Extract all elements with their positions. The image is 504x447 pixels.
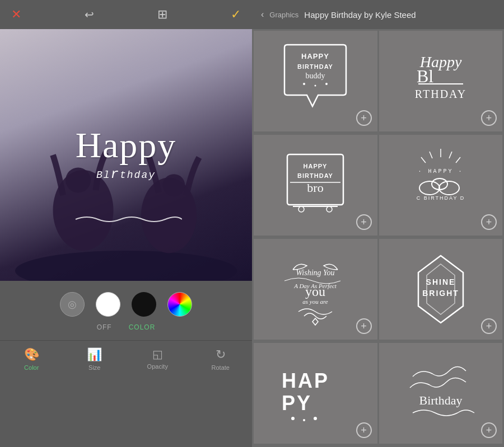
sticker-item-5[interactable]: Wishing You A Day As Perfect you as you … — [254, 239, 377, 340]
bottom-controls: OFF COLOR 🎨 Color 📊 Size ◱ Opacity ↻ Rot… — [0, 281, 252, 447]
size-nav-label: Size — [88, 364, 100, 371]
nav-size[interactable]: 📊 Size — [63, 345, 127, 373]
svg-text:BIRTHDAY: BIRTHDAY — [297, 63, 333, 70]
right-header: ‹ Graphics Happy Birthday by Kyle Steed — [252, 0, 504, 29]
sticker-svg-8: Birthday — [402, 354, 480, 432]
svg-point-45 — [303, 419, 305, 421]
svg-text:buddy: buddy — [306, 72, 325, 80]
color-nav-icon: 🎨 — [24, 347, 39, 362]
color-labels: OFF COLOR — [97, 323, 156, 331]
white-swatch[interactable] — [96, 292, 120, 317]
svg-text:HAPPY: HAPPY — [301, 52, 329, 60]
right-panel: ‹ Graphics Happy Birthday by Kyle Steed … — [252, 0, 504, 447]
sticker-svg-3: HAPPY BIRTHDAY bro — [276, 146, 354, 224]
sticker-item-8[interactable]: Birthday + — [379, 343, 503, 444]
check-icon[interactable]: ✓ — [231, 7, 241, 22]
color-swatches — [60, 292, 192, 317]
svg-text:as you are: as you are — [303, 298, 329, 305]
add-sticker-2-button[interactable]: + — [481, 110, 497, 126]
add-sticker-8-button[interactable]: + — [481, 422, 497, 438]
svg-line-24 — [430, 152, 432, 158]
back-icon[interactable]: ↩ — [85, 8, 94, 21]
sticker-svg-4: · HAPPY · C BIRTHDAY D — [402, 146, 480, 224]
black-swatch[interactable] — [132, 292, 156, 317]
svg-text:Wishing You: Wishing You — [296, 269, 335, 277]
svg-point-44 — [291, 417, 295, 420]
svg-point-8 — [303, 83, 305, 85]
svg-text:HAPPY: HAPPY — [304, 163, 328, 170]
svg-text:BRIGHT: BRIGHT — [422, 289, 459, 298]
svg-text:SHINE: SHINE — [426, 277, 455, 286]
add-sticker-4-button[interactable]: + — [481, 214, 497, 230]
size-nav-icon: 📊 — [87, 347, 102, 362]
layers-icon[interactable]: ⊞ — [157, 7, 167, 22]
svg-point-29 — [419, 181, 440, 195]
off-label: OFF — [97, 323, 112, 331]
sticker-svg-5: Wishing You A Day As Perfect you as you … — [276, 250, 354, 328]
add-sticker-7-button[interactable]: + — [356, 422, 372, 438]
svg-point-46 — [314, 417, 317, 420]
rotate-nav-icon: ↻ — [216, 347, 226, 362]
svg-point-22 — [326, 206, 332, 212]
nav-opacity[interactable]: ◱ Opacity — [126, 345, 189, 373]
svg-line-26 — [421, 157, 426, 163]
svg-point-21 — [298, 206, 304, 212]
sticker-svg-1: HAPPY BIRTHDAY buddy — [276, 42, 354, 120]
sticker-svg-2: Happy Bl RTHDAY — [402, 42, 480, 120]
sticker-item-1[interactable]: HAPPY BIRTHDAY buddy + — [254, 31, 377, 131]
sticker-item-3[interactable]: HAPPY BIRTHDAY bro + — [254, 135, 377, 236]
svg-text:you: you — [305, 284, 325, 299]
rotate-nav-label: Rotate — [212, 364, 230, 371]
svg-text:HAP: HAP — [282, 369, 329, 392]
svg-text:BIRTHDAY: BIRTHDAY — [297, 172, 333, 179]
svg-point-0 — [15, 251, 237, 281]
svg-text:bro: bro — [307, 181, 324, 195]
panel-title: Happy Birthday by Kyle Steed — [304, 10, 416, 20]
close-icon[interactable]: ✕ — [11, 7, 21, 22]
color-label: COLOR — [129, 323, 156, 331]
happy-text: Happy — [76, 126, 177, 165]
back-chevron-icon[interactable]: ‹ — [261, 10, 264, 20]
svg-text:PY: PY — [282, 392, 312, 415]
add-sticker-1-button[interactable]: + — [356, 110, 372, 126]
color-nav-label: Color — [24, 364, 39, 371]
sticker-item-7[interactable]: HAP PY + — [254, 343, 377, 444]
top-toolbar: ✕ ↩ ⊞ ✓ — [0, 0, 252, 29]
svg-text:Birthday: Birthday — [419, 393, 462, 407]
breadcrumb-graphics[interactable]: Graphics — [269, 11, 298, 19]
nav-rotate[interactable]: ↻ Rotate — [189, 345, 253, 373]
birthday-text-overlay: Happy Blrthday — [76, 126, 177, 185]
sticker-item-2[interactable]: Happy Bl RTHDAY + — [379, 31, 503, 131]
sticker-item-6[interactable]: SHINE BRIGHT + — [379, 239, 503, 340]
svg-text:RTHDAY: RTHDAY — [415, 88, 466, 100]
opacity-nav-label: Opacity — [147, 363, 168, 370]
opacity-nav-icon: ◱ — [152, 347, 163, 361]
sticker-svg-6: SHINE BRIGHT — [402, 250, 480, 328]
add-sticker-6-button[interactable]: + — [481, 318, 497, 334]
squiggle — [70, 214, 182, 225]
svg-line-25 — [449, 152, 452, 158]
rainbow-swatch[interactable] — [167, 292, 192, 317]
sticker-svg-7: HAP PY — [276, 354, 354, 432]
transparent-swatch[interactable] — [60, 292, 85, 317]
graphics-grid: HAPPY BIRTHDAY buddy + Happy Bl RTHDAY + — [252, 29, 504, 447]
svg-text:C BIRTHDAY D: C BIRTHDAY D — [416, 195, 465, 201]
svg-point-9 — [315, 85, 316, 87]
sticker-item-4[interactable]: · HAPPY · C BIRTHDAY D + — [379, 135, 503, 236]
add-sticker-5-button[interactable]: + — [356, 318, 372, 334]
nav-color[interactable]: 🎨 Color — [0, 345, 63, 373]
bottom-nav: 🎨 Color 📊 Size ◱ Opacity ↻ Rotate — [0, 340, 252, 375]
add-sticker-3-button[interactable]: + — [356, 214, 372, 230]
svg-point-10 — [325, 83, 328, 85]
left-panel: ✕ ↩ ⊞ ✓ Happy Blrthday — [0, 0, 252, 447]
main-image: Happy Blrthday — [0, 29, 252, 281]
svg-text:Bl: Bl — [417, 66, 433, 86]
svg-rect-15 — [287, 154, 343, 205]
svg-point-31 — [439, 181, 459, 195]
svg-line-27 — [456, 157, 460, 163]
svg-marker-37 — [312, 318, 318, 325]
svg-text:· HAPPY ·: · HAPPY · — [418, 168, 463, 175]
